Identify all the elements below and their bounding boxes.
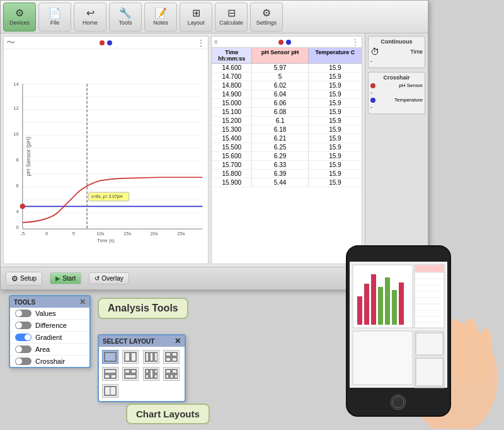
toolbar-btn-devices[interactable]: ⚙ Devices bbox=[3, 3, 36, 32]
table-ph-dot bbox=[278, 40, 284, 45]
layout-header: SELECT LAYOUT ✕ bbox=[99, 335, 185, 347]
layout-7[interactable] bbox=[143, 367, 159, 381]
tool-crosshair[interactable]: Crosshair bbox=[10, 356, 89, 367]
overlay-button[interactable]: ↺ Overlay bbox=[89, 272, 129, 284]
values-toggle[interactable] bbox=[15, 310, 32, 317]
table-dots bbox=[278, 40, 291, 45]
gradient-toggle[interactable] bbox=[15, 334, 32, 341]
layout-close-button[interactable]: ✕ bbox=[175, 337, 181, 346]
layout-3[interactable] bbox=[143, 350, 159, 364]
crosshair-toggle[interactable] bbox=[15, 357, 32, 365]
tools-close-button[interactable]: ✕ bbox=[79, 298, 86, 306]
table-menu[interactable]: ⋮ bbox=[352, 38, 359, 47]
ph-sensor-row: pH Sensor bbox=[370, 83, 423, 88]
cell-time: 15.400 bbox=[212, 134, 252, 142]
svg-rect-43 bbox=[172, 357, 177, 361]
cell-ph: 5 bbox=[252, 73, 308, 81]
table-row: 15.900 5.44 15.9 bbox=[212, 178, 362, 187]
tool-area[interactable]: Area bbox=[10, 344, 89, 356]
toolbar-btn-home[interactable]: ↩ Home bbox=[74, 3, 106, 32]
phone-svg bbox=[315, 227, 498, 429]
file-label: File bbox=[50, 20, 60, 26]
layout-6[interactable] bbox=[122, 367, 139, 381]
cell-time: 15.600 bbox=[212, 152, 252, 160]
setup-button[interactable]: ⚙ Setup bbox=[6, 272, 42, 286]
cell-time: 15.000 bbox=[212, 99, 252, 107]
layout-9[interactable] bbox=[102, 384, 118, 398]
tool-values[interactable]: Values bbox=[10, 308, 89, 320]
layout-3-icon bbox=[145, 352, 158, 362]
devices-icon: ⚙ bbox=[15, 8, 24, 18]
layout-7-icon bbox=[145, 369, 158, 379]
toolbar-btn-calculate[interactable]: ⊟ Calculate bbox=[215, 3, 248, 32]
toolbar-btn-settings[interactable]: ⚙ Settings bbox=[250, 3, 283, 32]
table-row: 14.700 5 15.9 bbox=[212, 73, 362, 81]
time-label: Time bbox=[410, 49, 423, 55]
col-ph-header: pH Sensor pH bbox=[252, 48, 308, 63]
toolbar-btn-file[interactable]: 📄 File bbox=[38, 3, 71, 32]
table-row: 15.800 6.39 15.9 bbox=[212, 170, 362, 178]
toolbar-btn-notes[interactable]: 📝 Notes bbox=[144, 3, 177, 32]
area-toggle[interactable] bbox=[15, 346, 32, 353]
chart-header: 〜 ⋮ bbox=[4, 37, 208, 49]
layout-2[interactable] bbox=[122, 350, 139, 364]
svg-rect-74 bbox=[371, 274, 376, 325]
cell-temp: 15.9 bbox=[309, 117, 362, 125]
cell-ph: 6.1 bbox=[252, 117, 308, 125]
layout-5[interactable] bbox=[102, 367, 118, 381]
toolbar-btn-layout[interactable]: ⊞ Layout bbox=[180, 3, 212, 32]
temp-value: - bbox=[370, 104, 372, 110]
difference-toggle[interactable] bbox=[15, 322, 32, 329]
svg-rect-55 bbox=[166, 369, 171, 373]
chart-menu[interactable]: ⋮ bbox=[197, 38, 205, 48]
time-value-row: - bbox=[370, 58, 423, 64]
svg-text:4: 4 bbox=[16, 209, 20, 214]
crosshair-label: Crosshair bbox=[35, 357, 65, 365]
cell-ph: 6.25 bbox=[252, 143, 308, 151]
layout-icon: ⊞ bbox=[192, 8, 200, 18]
layout-4[interactable] bbox=[163, 350, 180, 364]
cell-time: 15.300 bbox=[212, 125, 252, 134]
tools-header: TOOLS ✕ bbox=[10, 296, 89, 308]
start-button[interactable]: ▶ Start bbox=[50, 272, 81, 284]
play-icon: ▶ bbox=[55, 275, 60, 282]
svg-text:14: 14 bbox=[13, 81, 19, 87]
cell-time: 14.600 bbox=[212, 64, 252, 72]
svg-rect-57 bbox=[166, 375, 169, 378]
ph-sensor-label: pH Sensor bbox=[399, 83, 423, 88]
svg-rect-46 bbox=[111, 375, 116, 378]
cell-temp: 15.9 bbox=[309, 170, 362, 178]
svg-text:5: 5 bbox=[72, 231, 75, 236]
table-row: 15.000 6.06 15.9 bbox=[212, 99, 362, 108]
settings-icon: ⚙ bbox=[262, 8, 271, 18]
layout-1-icon bbox=[104, 352, 117, 362]
layout-8[interactable] bbox=[163, 367, 180, 381]
overlay-icon: ↺ bbox=[94, 275, 100, 282]
time-value: - bbox=[370, 58, 372, 64]
col-time-header: Time hh:mm:ss bbox=[212, 48, 252, 63]
table-header: Time hh:mm:ss pH Sensor pH Temperature C bbox=[212, 48, 362, 64]
cell-temp: 15.9 bbox=[309, 90, 362, 98]
layout-6-icon bbox=[124, 369, 137, 379]
cell-temp: 15.9 bbox=[309, 99, 362, 107]
tools-label: Tools bbox=[118, 20, 132, 26]
time-row: ⏱ Time bbox=[370, 47, 423, 57]
ph-value: - bbox=[370, 90, 372, 96]
values-label: Values bbox=[35, 310, 56, 317]
layout-1[interactable] bbox=[102, 350, 118, 364]
svg-rect-34 bbox=[105, 352, 116, 361]
svg-text:0: 0 bbox=[16, 224, 19, 230]
notes-icon: 📝 bbox=[154, 8, 167, 18]
cell-ph: 6.18 bbox=[252, 125, 308, 134]
table-row: 15.300 6.18 15.9 bbox=[212, 125, 362, 134]
tool-gradient[interactable]: Gradient bbox=[10, 332, 89, 344]
svg-rect-79 bbox=[415, 265, 444, 328]
cell-ph: 5.44 bbox=[252, 178, 308, 187]
tools-icon: 🔧 bbox=[119, 8, 132, 18]
toolbar-btn-tools[interactable]: 🔧 Tools bbox=[109, 3, 142, 32]
cell-ph: 6.04 bbox=[252, 90, 308, 98]
tool-difference[interactable]: Difference bbox=[10, 320, 89, 332]
cell-temp: 15.9 bbox=[309, 64, 362, 72]
svg-rect-36 bbox=[131, 352, 136, 361]
temp-label: Temperature bbox=[394, 97, 423, 103]
